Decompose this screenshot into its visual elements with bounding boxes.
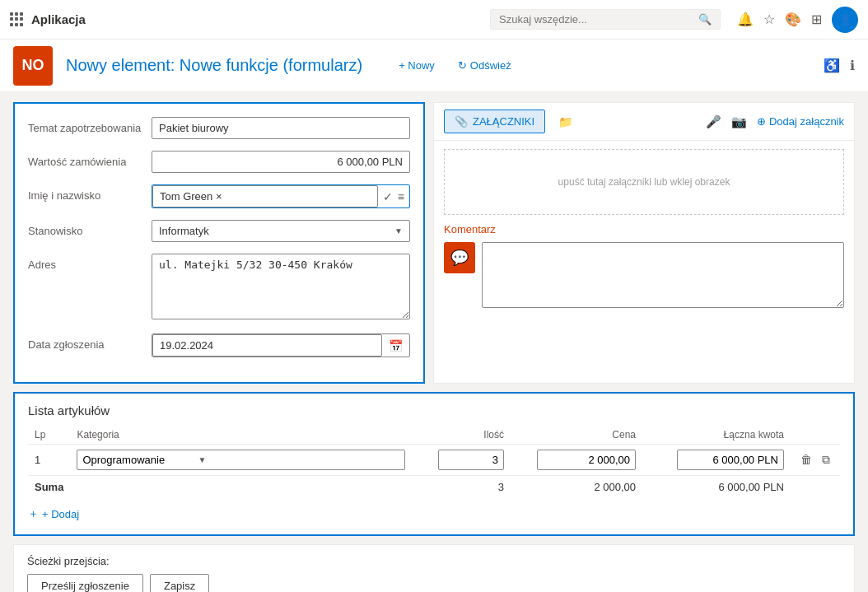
col-cena: Cena [511, 426, 642, 445]
stanowisko-label: Stanowisko [28, 220, 152, 237]
wartosc-label: Wartość zamówienia [28, 151, 152, 168]
date-wrapper: 📅 [152, 333, 410, 357]
chevron-down-icon: ▼ [388, 222, 409, 240]
add-row-button[interactable]: ＋ + Dodaj [28, 503, 79, 524]
attach-drop-zone[interactable]: upuść tutaj załączniki lub wklej obrazek [444, 149, 844, 215]
menu-icon[interactable]: ≡ [396, 189, 406, 205]
komentarz-section: Komentarz 💬 [434, 223, 854, 318]
table-header-row: Lp Kategoria Ilość Cena Łączna kwota [28, 426, 840, 445]
col-kategoria: Kategoria [70, 426, 412, 445]
row-ilosc [412, 445, 511, 476]
header-right: ♿ ℹ [824, 58, 855, 73]
temat-input-wrapper [152, 117, 410, 139]
chevron-down-icon: ▼ [193, 455, 211, 464]
search-box[interactable]: 🔍 [490, 9, 721, 30]
row-cena [511, 445, 642, 476]
copy-row-button[interactable]: ⧉ [819, 451, 833, 468]
paperclip-icon: 📎 [455, 115, 468, 128]
adres-label: Adres [28, 254, 152, 271]
imie-field: Imię i nazwisko ✓ ≡ [28, 184, 410, 208]
data-input[interactable] [152, 334, 382, 357]
adres-textarea-wrapper: ul. Matejki 5/32 30-450 Kraków [152, 254, 410, 322]
refresh-button[interactable]: ↻ Odśwież [451, 56, 518, 75]
stanowisko-select[interactable]: Informatyk Kierownik Analityk [152, 221, 388, 241]
imie-label: Imię i nazwisko [28, 184, 152, 202]
ilosc-input[interactable] [438, 450, 504, 470]
apps-icon[interactable]: ⊞ [811, 12, 822, 27]
temat-label: Temat zapotrzebowania [28, 117, 152, 134]
col-ilosc: Ilość [412, 426, 511, 445]
topbar-icons: 🔔 ☆ 🎨 ⊞ 👤 [737, 7, 858, 33]
row-laczna [642, 445, 791, 476]
checkmark-icon[interactable]: ✓ [381, 189, 394, 205]
temat-input[interactable] [152, 117, 410, 139]
drop-zone-text: upuść tutaj załączniki lub wklej obrazek [558, 176, 730, 188]
footer-buttons: Prześlij zgłoszenie Zapisz [27, 574, 841, 592]
info-icon[interactable]: ℹ [850, 58, 855, 73]
komentarz-textarea[interactable] [482, 242, 844, 308]
wartosc-input[interactable] [152, 151, 410, 173]
folder-tab[interactable]: 📁 [552, 110, 579, 133]
sum-label: Suma [28, 476, 70, 499]
palette-icon[interactable]: 🎨 [785, 12, 801, 27]
sum-row: Suma 3 2 000,00 6 000,00 PLN [28, 476, 840, 499]
sum-ilosc: 3 [412, 476, 511, 499]
wartosc-field: Wartość zamówienia [28, 151, 410, 173]
grid-icon[interactable] [10, 12, 25, 27]
cena-input[interactable] [537, 450, 636, 470]
add-attach-button[interactable]: ⊕ Dodaj załącznik [757, 115, 844, 128]
calendar-icon[interactable]: 📅 [382, 335, 409, 357]
camera-icon[interactable]: 📷 [731, 114, 747, 129]
row-actions: 🗑 ⧉ [791, 445, 840, 476]
adres-field: Adres ul. Matejki 5/32 30-450 Kraków [28, 254, 410, 322]
data-input-wrapper: 📅 [152, 333, 410, 357]
sum-empty [70, 476, 412, 499]
page-header: NO Nowy element: Nowe funkcje (formularz… [0, 40, 868, 92]
form-row-top: Temat zapotrzebowania Wartość zamówienia… [13, 102, 855, 384]
footer-section: Ścieżki przejścia: Prześlij zgłoszenie Z… [13, 544, 855, 592]
komentarz-label: Komentarz [444, 223, 844, 235]
imie-input[interactable] [152, 185, 378, 207]
komentarz-avatar: 💬 [444, 242, 475, 273]
accessibility-icon[interactable]: ♿ [824, 58, 840, 73]
app-title: Aplikacja [31, 12, 86, 26]
laczna-input[interactable] [677, 450, 784, 470]
search-input[interactable] [499, 13, 692, 26]
footer-label: Ścieżki przejścia: [27, 555, 841, 567]
microphone-icon[interactable]: 🎤 [706, 114, 721, 129]
kategoria-dropdown[interactable]: Oprogramowanie Sprzęt Usługi ▼ [77, 450, 405, 470]
name-field-wrapper: ✓ ≡ [152, 184, 410, 208]
name-field-actions: ✓ ≡ [378, 189, 409, 205]
submit-button[interactable]: Prześlij zgłoszenie [27, 574, 143, 592]
page-title: Nowy element: Nowe funkcje (formularz) [66, 56, 362, 75]
new-button[interactable]: + Nowy [392, 56, 441, 75]
topbar: Aplikacja 🔍 🔔 ☆ 🎨 ⊞ 👤 [0, 0, 868, 40]
data-label: Data zgłoszenia [28, 333, 152, 351]
avatar[interactable]: 👤 [832, 7, 858, 33]
save-button[interactable]: Zapisz [150, 574, 209, 592]
data-field: Data zgłoszenia 📅 [28, 333, 410, 357]
form-panel: Temat zapotrzebowania Wartość zamówienia… [13, 102, 425, 384]
bell-icon[interactable]: 🔔 [737, 12, 754, 27]
kategoria-select[interactable]: Oprogramowanie Sprzęt Usługi [77, 450, 193, 469]
imie-input-wrapper: ✓ ≡ [152, 184, 410, 208]
sum-laczna: 6 000,00 PLN [642, 476, 791, 499]
col-laczna: Łączna kwota [642, 426, 791, 445]
star-icon[interactable]: ☆ [763, 12, 775, 27]
articles-panel: Lista artykułów Lp Kategoria Ilość Cena … [13, 392, 855, 536]
temat-field: Temat zapotrzebowania [28, 117, 410, 139]
col-actions [791, 426, 840, 445]
articles-title: Lista artykułów [28, 403, 840, 417]
sum-cena: 2 000,00 [511, 476, 642, 499]
refresh-icon: ↻ [458, 59, 467, 72]
attach-tabs: 📎 ZAŁĄCZNIKI 📁 🎤 📷 ⊕ Dodaj załącznik [434, 103, 854, 141]
sum-actions [791, 476, 840, 499]
adres-textarea[interactable]: ul. Matejki 5/32 30-450 Kraków [152, 254, 410, 319]
delete-row-button[interactable]: 🗑 [797, 451, 815, 468]
stanowisko-select-wrapper: Informatyk Kierownik Analityk ▼ [152, 220, 410, 242]
row-lp: 1 [28, 445, 70, 476]
stanowisko-dropdown[interactable]: Informatyk Kierownik Analityk ▼ [152, 220, 410, 242]
attachments-tab[interactable]: 📎 ZAŁĄCZNIKI [444, 110, 545, 133]
plus-icon: ⊕ [757, 115, 766, 128]
attach-panel: 📎 ZAŁĄCZNIKI 📁 🎤 📷 ⊕ Dodaj załącznik upu… [433, 102, 855, 384]
